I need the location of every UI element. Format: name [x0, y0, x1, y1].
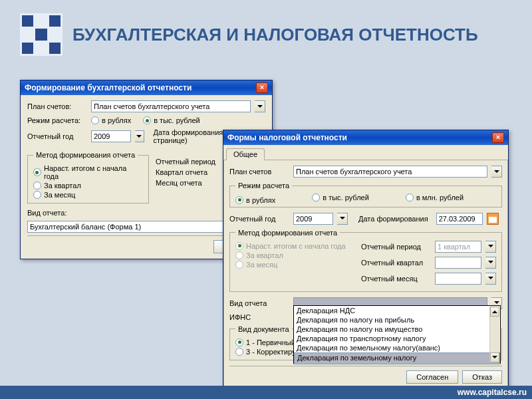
- list-item[interactable]: Декларация НДС: [294, 306, 500, 315]
- list-item-selected[interactable]: Декларация по земельному налогу: [294, 352, 500, 364]
- report-dropdown-list[interactable]: Декларация НДС Декларация по налогу на п…: [293, 305, 501, 364]
- calendar-icon[interactable]: [487, 213, 499, 225]
- radio-thous2[interactable]: в тыс. рублей: [312, 194, 369, 201]
- label-report-kind: Вид отчета:: [27, 209, 87, 217]
- ok-button[interactable]: Согласен: [406, 370, 458, 384]
- window2-title: Формы налоговой отчетности: [227, 133, 347, 142]
- radio-ytd[interactable]: Нараст. итогом с начала года: [33, 164, 143, 180]
- year2-input[interactable]: [293, 213, 333, 225]
- window-tax-forms: Формы налоговой отчетности × Общее План …: [223, 130, 509, 390]
- list-item[interactable]: Декларация по налогу на имущество: [294, 325, 500, 334]
- radio-mln2[interactable]: в млн. рублей: [406, 194, 464, 201]
- month-drop-icon: [485, 273, 496, 285]
- label-period2: Отчетный период: [361, 243, 431, 251]
- label-report-kind2: Вид отчета: [229, 299, 289, 307]
- close-icon[interactable]: ×: [256, 82, 268, 93]
- quarter-drop-icon: [485, 257, 496, 269]
- quarter2-select: [435, 257, 481, 269]
- page-title: БУХГАЛТЕРСКАЯ И НАЛОГОВАЯ ОТЧЕТНОСТЬ: [72, 25, 478, 45]
- footer-url: www.capitalcse.ru: [0, 386, 532, 399]
- radio-ytd2: Нараст. итогом с начала года: [235, 242, 354, 250]
- label-year: Отчетный год: [27, 132, 87, 140]
- list-item[interactable]: Декларация по налогу на прибыль: [294, 315, 500, 325]
- tab-general[interactable]: Общее: [226, 148, 265, 160]
- list-item[interactable]: Декларация по земельному налогу(аванс): [294, 343, 500, 352]
- label-plan: План счетов:: [27, 102, 87, 110]
- label-quarter2: Отчетный квартал: [361, 259, 431, 267]
- list-item[interactable]: Декларация по транспортному налогу: [294, 334, 500, 343]
- radio-month[interactable]: За месяц: [33, 191, 143, 199]
- plan2-select[interactable]: [293, 166, 487, 178]
- label-plan2: План счетов: [229, 168, 289, 176]
- cancel-button[interactable]: Отказ: [462, 370, 502, 384]
- period2-select: [435, 241, 481, 253]
- radio-rub2[interactable]: в рублях: [235, 196, 275, 204]
- scroll-down-icon[interactable]: [490, 352, 499, 362]
- radio-rub[interactable]: в рублях: [91, 116, 131, 124]
- logo-icon: [20, 13, 63, 56]
- scrollbar[interactable]: [489, 307, 499, 362]
- method-legend2: Метод формирования отчета: [235, 229, 340, 237]
- period-drop-icon: [485, 241, 496, 253]
- mode-legend: Режим расчета: [235, 182, 292, 190]
- scroll-up-icon[interactable]: [490, 307, 499, 317]
- window1-title: Формирование бухгалтерской отчетности: [25, 83, 192, 92]
- label-month2: Отчетный месяц: [361, 275, 431, 283]
- plan-select[interactable]: [91, 100, 251, 112]
- month2-select: [435, 273, 481, 285]
- year-drop-icon[interactable]: [135, 130, 144, 142]
- plan2-drop-icon[interactable]: [491, 166, 502, 178]
- year-input[interactable]: [91, 130, 131, 142]
- radio-month2: За месяц: [235, 261, 354, 269]
- year2-drop-icon[interactable]: [337, 213, 348, 225]
- label-year2: Отчетный год: [229, 215, 289, 223]
- date-input[interactable]: [436, 213, 483, 225]
- label-ifns: ИФНС: [229, 313, 289, 321]
- method-legend: Метод формирования отчета: [33, 151, 138, 159]
- radio-quarter[interactable]: За квартал: [33, 182, 143, 190]
- doc-kind-legend: Вид документа: [235, 325, 292, 333]
- close-icon[interactable]: ×: [492, 132, 504, 143]
- plan-drop-icon[interactable]: [255, 100, 265, 112]
- label-mode: Режим расчета:: [27, 116, 87, 124]
- radio-quarter2: За квартал: [235, 251, 354, 259]
- label-date: Дата формирования: [358, 215, 428, 223]
- radio-thous[interactable]: в тыс. рублей: [143, 116, 200, 124]
